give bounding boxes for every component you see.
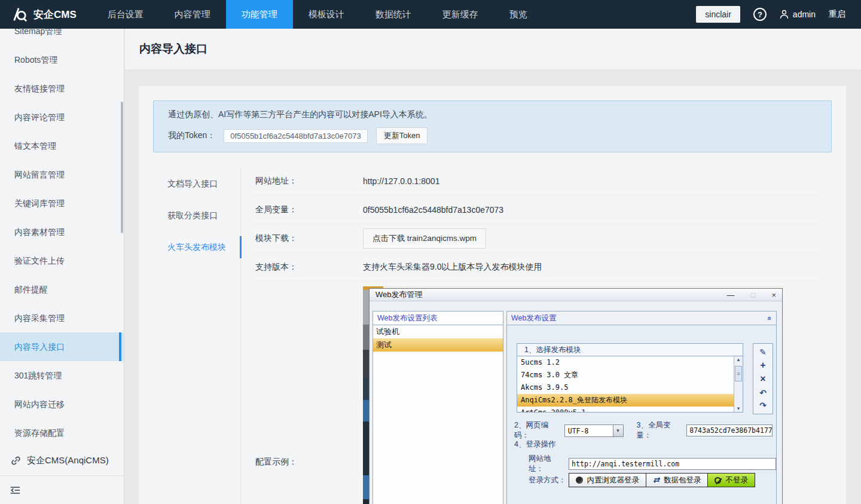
main-content: 内容导入接口 通过伪原创、AI写作等第三方平台产生的内容可以对接API导入本系统…	[125, 29, 861, 504]
user-icon	[780, 10, 789, 19]
user-menu[interactable]: admin	[780, 10, 816, 19]
nav-item[interactable]: 更新缓存	[427, 0, 494, 29]
top-navbar: 安企CMS 后台设置内容管理功能管理模板设计数据统计更新缓存预览 sinclai…	[0, 0, 861, 29]
background-app-strip	[363, 286, 369, 504]
web-publish-dialog: Web发布管理 — □ × Web发布设置列表 试验机测试	[369, 288, 783, 504]
alert-text: 通过伪原创、AI写作等第三方平台产生的内容可以对接API导入本系统。	[168, 109, 817, 120]
sidebar-item[interactable]: Robots管理	[0, 45, 124, 74]
module-listbox: 5ucms 1.274cms 3.0 文章Akcms 3.9.5AnqiCms2…	[517, 356, 743, 413]
toolbar-icon	[759, 389, 767, 397]
encoding-select: UTF-8 ▼	[564, 424, 624, 437]
interface-tab[interactable]: 文档导入接口	[139, 168, 240, 200]
minimize-icon: —	[727, 291, 735, 300]
dropdown-arrow-icon: ▼	[613, 425, 623, 436]
interface-section: 文档导入接口获取分类接口火车头发布模块 网站地址： http://127.0.0…	[139, 167, 846, 504]
navbar-right: sinclair ? admin 重启	[696, 0, 861, 29]
nav-item[interactable]: 后台设置	[92, 0, 159, 29]
right-panel-body: 1、选择发布模块 5ucms 1.274cms 3.0 文章Akcms 3.9.…	[507, 326, 776, 504]
help-icon[interactable]: ?	[753, 8, 767, 21]
global-var-field: 8743a52cd7e3867b417720f	[686, 424, 773, 436]
sidebar-item[interactable]: 验证文件上传	[0, 246, 124, 275]
field-value: http://127.0.0.1:8001	[363, 176, 439, 186]
nav-item[interactable]: 模板设计	[293, 0, 360, 29]
sidebar-item[interactable]: 友情链接管理	[0, 74, 124, 103]
login-mode-icon	[576, 476, 583, 484]
token-label: 我的Token：	[168, 130, 215, 141]
login-site-label: 网站地址：	[529, 454, 566, 474]
sidebar-item[interactable]: 内容评论管理	[0, 103, 124, 132]
publish-config-list-panel: Web发布设置列表 试验机测试	[373, 311, 503, 504]
field-label: 网站地址：	[255, 176, 363, 187]
nav-item[interactable]: 内容管理	[159, 0, 226, 29]
scroll-up-icon: ▲	[734, 357, 743, 362]
encoding-value: UTF-8	[565, 425, 613, 436]
nav-item[interactable]: 预览	[494, 0, 543, 29]
collapse-sidebar-button[interactable]	[0, 475, 124, 504]
toolbar-icon	[760, 361, 765, 370]
module-list-item: ArtCms 2008v5.1	[517, 407, 734, 413]
sidebar-item[interactable]: 网站留言管理	[0, 160, 124, 189]
module-list-item: 5ucms 1.2	[517, 356, 734, 369]
encoding-label: 2、网页编码：	[514, 420, 561, 441]
nav-item[interactable]: 数据统计	[360, 0, 427, 29]
sidebar-scroll-area: Sitemap管理Robots管理友情链接管理内容评论管理锚文本管理网站留言管理…	[0, 29, 124, 446]
field-label: 支持版本：	[255, 262, 363, 273]
download-module-button[interactable]: 点击下载 train2anqicms.wpm	[363, 228, 486, 249]
login-site-row: 网站地址： http://anqi.testermill.com	[529, 454, 776, 474]
encoding-row: 2、网页编码： UTF-8 ▼ 3、全局变量： 8743a52cd7e3867b…	[514, 420, 773, 441]
login-mode-icon	[653, 476, 660, 484]
interface-tab[interactable]: 火车头发布模块	[139, 231, 240, 263]
page-title: 内容导入接口	[139, 41, 207, 57]
menu-fold-icon	[10, 485, 21, 496]
sidebar-item[interactable]: 锚文本管理	[0, 132, 124, 160]
sidebar-item[interactable]: Sitemap管理	[0, 29, 124, 45]
login-site-field: http://anqi.testermill.com	[569, 458, 776, 470]
login-mode-button-label: 不登录	[725, 475, 748, 485]
field-label: 全局变量：	[255, 204, 363, 215]
field-value: 支持火车头采集器9.0以上版本导入发布模块使用	[363, 262, 542, 273]
module-list-item: AnqiCms2.2.8_免登陆发布模块	[517, 394, 734, 407]
field-row-module-download: 模块下载： 点击下载 train2anqicms.wpm	[255, 224, 818, 253]
sidebar-scrollbar[interactable]	[121, 102, 123, 233]
interface-tab[interactable]: 获取分类接口	[139, 200, 240, 231]
collapse-panel-icon: «	[762, 316, 776, 320]
main-nav: 后台设置内容管理功能管理模板设计数据统计更新缓存预览	[92, 0, 543, 29]
sidebar-item[interactable]: 邮件提醒	[0, 275, 124, 304]
publish-config-item: 测试	[373, 338, 503, 352]
sidebar-item[interactable]: 网站内容迁移	[0, 390, 124, 419]
sidebar-item[interactable]: 资源存储配置	[0, 419, 124, 446]
sidebar-item[interactable]: 内容素材管理	[0, 218, 124, 246]
sidebar-item[interactable]: 301跳转管理	[0, 361, 124, 390]
module-list-item: Akcms 3.9.5	[517, 381, 734, 394]
dialog-body: Web发布设置列表 试验机测试 Web发布设置 «	[370, 302, 782, 504]
module-list: 5ucms 1.274cms 3.0 文章Akcms 3.9.5AnqiCms2…	[517, 356, 734, 413]
content-card: 通过伪原创、AI写作等第三方平台产生的内容可以对接API导入本系统。 我的Tok…	[139, 86, 846, 504]
module-group-label: 1、选择发布模块	[517, 343, 743, 356]
token-value-field[interactable]: 0f5055b1cf6a2c5448bfd7a13c0e7073	[224, 129, 367, 143]
sidebar-item[interactable]: 关键词库管理	[0, 189, 124, 218]
config-example-screenshot: Web发布管理 — □ × Web发布设置列表 试验机测试	[363, 286, 783, 504]
module-toolbar	[753, 343, 773, 414]
field-value: 0f5055b1cf6a2c5448bfd7a13c0e7073	[363, 205, 503, 215]
username: admin	[793, 10, 816, 19]
window-controls: — □ ×	[727, 291, 776, 300]
site-name-button[interactable]: sinclair	[696, 6, 740, 23]
link-icon	[11, 456, 21, 466]
module-select-group: 1、选择发布模块 5ucms 1.274cms 3.0 文章Akcms 3.9.…	[517, 343, 743, 413]
sidebar-item[interactable]: 内容导入接口	[0, 332, 124, 361]
login-mode-button-label: 内置浏览器登录	[587, 475, 640, 485]
update-token-button[interactable]: 更新Token	[376, 127, 428, 144]
close-icon: ×	[771, 291, 776, 300]
interface-tabs: 文档导入接口获取分类接口火车头发布模块	[139, 167, 241, 504]
sidebar-external-link[interactable]: 安企CMS(AnqiCMS)	[0, 446, 124, 475]
login-mode-row: 登录方式： 内置浏览器登录 数据包登录 不登录	[529, 473, 755, 487]
scroll-thumb: ≡	[735, 366, 742, 381]
sidebar-item[interactable]: 内容采集管理	[0, 304, 124, 332]
nav-item[interactable]: 功能管理	[226, 0, 293, 29]
field-row-config-example: 配置示例：	[255, 282, 818, 504]
login-section-label: 4、登录操作	[514, 439, 555, 450]
brand-name: 安企CMS	[33, 8, 77, 22]
restart-button[interactable]: 重启	[829, 9, 845, 20]
brand[interactable]: 安企CMS	[0, 0, 92, 29]
field-label: 配置示例：	[255, 457, 363, 468]
